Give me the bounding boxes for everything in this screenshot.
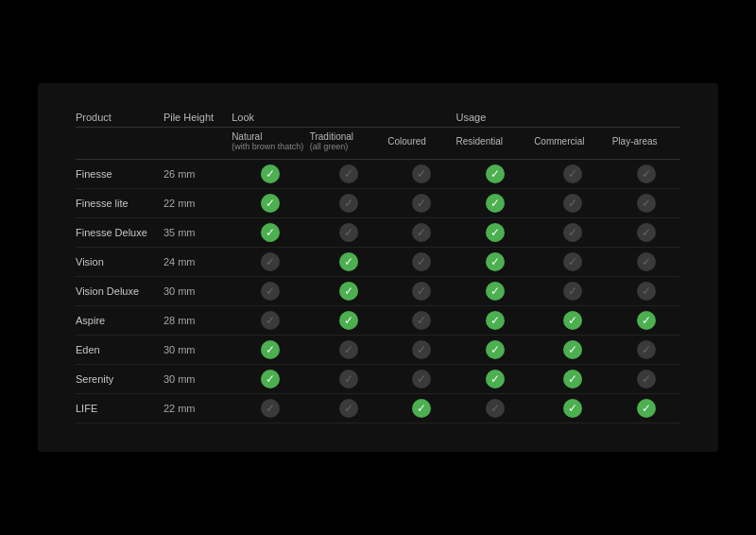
check-green-icon: ✓ [486, 252, 505, 271]
cell-commercial: ✓ [534, 336, 612, 365]
cell-product: Finesse Deluxe [76, 218, 163, 248]
header-look: Look [232, 112, 455, 128]
cell-coloured: ✓ [387, 189, 455, 218]
cell-product: Eden [76, 336, 163, 365]
check-dark-icon: ✓ [563, 194, 582, 213]
cell-traditional: ✓ [310, 277, 388, 306]
check-green-icon: ✓ [261, 223, 280, 242]
comparison-table-container: Product Pile Height Look Usage Natural (… [38, 83, 718, 452]
check-dark-icon: ✓ [412, 340, 431, 359]
cell-play: ✓ [612, 394, 680, 423]
header-row-columns: Natural (with brown thatch) Traditional … [76, 128, 680, 160]
cell-natural: ✓ [232, 365, 310, 394]
cell-traditional: ✓ [310, 160, 388, 189]
check-green-icon: ✓ [261, 340, 280, 359]
cell-natural: ✓ [232, 306, 310, 336]
check-dark-icon: ✓ [563, 252, 582, 271]
table-row: Aspire 28 mm ✓ ✓ ✓ ✓ ✓ ✓ [76, 306, 680, 336]
check-dark-icon: ✓ [339, 223, 358, 242]
header-traditional: Traditional (all green) [310, 128, 388, 160]
cell-commercial: ✓ [534, 277, 612, 306]
cell-play: ✓ [612, 189, 680, 218]
cell-coloured: ✓ [387, 248, 455, 277]
cell-commercial: ✓ [534, 189, 612, 218]
cell-residential: ✓ [456, 277, 535, 306]
check-dark-icon: ✓ [339, 340, 358, 359]
header-usage: Usage [456, 112, 680, 128]
header-residential: Residential [456, 128, 535, 160]
check-green-icon: ✓ [486, 370, 505, 388]
header-commercial: Commercial [534, 128, 612, 160]
check-dark-icon: ✓ [412, 194, 431, 213]
check-dark-icon: ✓ [563, 223, 582, 242]
header-play-areas: Play-areas [612, 128, 680, 160]
cell-play: ✓ [612, 160, 680, 189]
cell-product: Serenity [76, 365, 163, 394]
table-row: Finesse lite 22 mm ✓ ✓ ✓ ✓ ✓ ✓ [76, 189, 680, 218]
check-dark-icon: ✓ [637, 282, 656, 301]
cell-residential: ✓ [456, 160, 535, 189]
check-green-icon: ✓ [637, 399, 656, 418]
cell-product: LIFE [76, 394, 163, 423]
cell-traditional: ✓ [310, 189, 388, 218]
check-dark-icon: ✓ [637, 340, 656, 359]
table-row: Finesse 26 mm ✓ ✓ ✓ ✓ ✓ ✓ [76, 160, 680, 189]
table-row: Vision 24 mm ✓ ✓ ✓ ✓ ✓ ✓ [76, 248, 680, 277]
cell-pile: 22 mm [163, 394, 232, 423]
cell-play: ✓ [612, 248, 680, 277]
check-dark-icon: ✓ [339, 370, 358, 388]
cell-natural: ✓ [232, 189, 310, 218]
cell-commercial: ✓ [534, 306, 612, 336]
check-dark-icon: ✓ [261, 311, 280, 330]
cell-natural: ✓ [232, 218, 310, 248]
check-dark-icon: ✓ [339, 399, 358, 418]
cell-traditional: ✓ [310, 336, 388, 365]
cell-natural: ✓ [232, 394, 310, 423]
cell-natural: ✓ [232, 160, 310, 189]
cell-pile: 30 mm [163, 336, 232, 365]
check-dark-icon: ✓ [261, 282, 280, 301]
cell-residential: ✓ [456, 218, 535, 248]
check-dark-icon: ✓ [412, 370, 431, 388]
comparison-table: Product Pile Height Look Usage Natural (… [76, 112, 680, 423]
cell-pile: 30 mm [163, 365, 232, 394]
check-green-icon: ✓ [339, 311, 358, 330]
cell-pile: 35 mm [163, 218, 232, 248]
check-green-icon: ✓ [563, 399, 582, 418]
check-green-icon: ✓ [563, 340, 582, 359]
cell-traditional: ✓ [310, 218, 388, 248]
cell-play: ✓ [612, 336, 680, 365]
check-dark-icon: ✓ [637, 164, 656, 183]
header-pile-height: Pile Height [163, 112, 232, 128]
header-coloured: Coloured [387, 128, 455, 160]
cell-play: ✓ [612, 218, 680, 248]
check-dark-icon: ✓ [412, 252, 431, 271]
check-dark-icon: ✓ [412, 223, 431, 242]
check-green-icon: ✓ [486, 311, 505, 330]
cell-pile: 28 mm [163, 306, 232, 336]
cell-traditional: ✓ [310, 306, 388, 336]
cell-commercial: ✓ [534, 394, 612, 423]
cell-natural: ✓ [232, 277, 310, 306]
check-green-icon: ✓ [486, 223, 505, 242]
cell-residential: ✓ [456, 394, 535, 423]
check-dark-icon: ✓ [486, 399, 505, 418]
cell-pile: 30 mm [163, 277, 232, 306]
check-dark-icon: ✓ [563, 282, 582, 301]
check-green-icon: ✓ [261, 164, 280, 183]
cell-coloured: ✓ [387, 336, 455, 365]
cell-coloured: ✓ [387, 365, 455, 394]
check-dark-icon: ✓ [412, 282, 431, 301]
cell-residential: ✓ [456, 306, 535, 336]
cell-residential: ✓ [456, 248, 535, 277]
cell-traditional: ✓ [310, 394, 388, 423]
check-green-icon: ✓ [261, 370, 280, 388]
header-pile-blank [163, 128, 232, 160]
cell-coloured: ✓ [387, 306, 455, 336]
check-dark-icon: ✓ [412, 164, 431, 183]
cell-residential: ✓ [456, 365, 535, 394]
cell-commercial: ✓ [534, 218, 612, 248]
cell-natural: ✓ [232, 248, 310, 277]
cell-traditional: ✓ [310, 248, 388, 277]
check-dark-icon: ✓ [412, 311, 431, 330]
